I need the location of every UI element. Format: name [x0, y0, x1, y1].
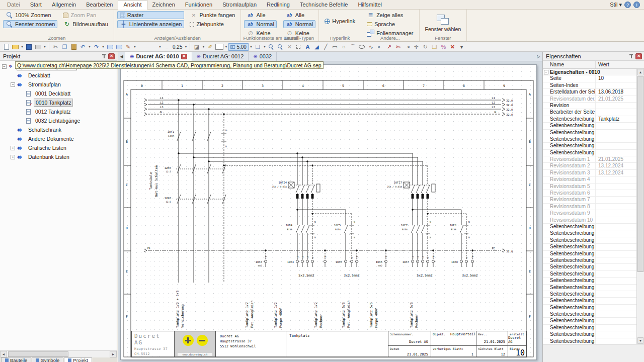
- tree-item-deckblatt[interactable]: ◆◆Deckblatt: [0, 71, 117, 80]
- tree-expander-icon[interactable]: +: [11, 146, 15, 150]
- zoom-out-icon[interactable]: [267, 43, 276, 51]
- property-value[interactable]: [596, 318, 636, 324]
- help-icon[interactable]: ?: [624, 2, 631, 8]
- panel-tab-symbole[interactable]: Symbole: [32, 357, 63, 362]
- property-row[interactable]: Revisionsdatum 7: [543, 197, 636, 203]
- property-row[interactable]: Seitenbeschreibung 6: [543, 150, 636, 156]
- ribbon-button-100-zoomen[interactable]: 100% Zoomen: [3, 11, 57, 19]
- tree-item-0032-lichtabgänge[interactable]: 0032 Lichtabgänge: [0, 116, 117, 125]
- property-row[interactable]: Revisionsdatum 313.12.2024: [543, 170, 636, 176]
- property-row[interactable]: Revisionsdatum der...21.01.2025: [543, 96, 636, 103]
- property-row[interactable]: Erstelldatum der Seite13.06.2018: [543, 89, 636, 96]
- tree-expander-icon[interactable]: −: [11, 82, 15, 87]
- dropdown-arrow-icon[interactable]: ▼: [88, 45, 92, 48]
- dropdown-arrow-icon[interactable]: ▼: [43, 45, 47, 48]
- rotate-icon[interactable]: ↻: [421, 43, 430, 51]
- schematic-canvas[interactable]: Ducret AG Hauptstrasse 37 CH-5512 Wohlen…: [118, 61, 542, 362]
- arrow-solid-icon[interactable]: ◢: [312, 43, 321, 51]
- style-menu[interactable]: Stil ▾: [610, 2, 622, 8]
- property-row[interactable]: Seitenbeschreibung 4: [543, 136, 636, 143]
- scroll-right-icon[interactable]: ►: [110, 351, 117, 357]
- property-row[interactable]: Revisionsdatum 213.12.2024: [543, 163, 636, 169]
- close-icon[interactable]: ✕: [108, 53, 115, 59]
- ribbon-button-punkte-fangen[interactable]: Punkte fangen: [187, 11, 237, 19]
- layers-icon[interactable]: ❏: [254, 43, 262, 51]
- comment-back-icon[interactable]: [106, 43, 114, 51]
- property-value[interactable]: [596, 82, 636, 88]
- undo-icon[interactable]: ↶: [78, 43, 87, 51]
- group-expander-icon[interactable]: −: [544, 70, 548, 74]
- property-value[interactable]: [596, 109, 636, 115]
- scroll-left-icon[interactable]: ◄: [0, 351, 7, 357]
- grid-size-select[interactable]: 5.00: [228, 43, 248, 51]
- doc-tab-scroll-left-icon[interactable]: ◀: [118, 52, 125, 61]
- close-tab-icon[interactable]: ✕: [181, 54, 187, 59]
- pin-icon[interactable]: [101, 53, 107, 59]
- tree-expander-icon[interactable]: +: [11, 155, 15, 159]
- ribbon-tab-stromlaufplan[interactable]: Stromlaufplan: [217, 1, 262, 9]
- property-value[interactable]: [596, 291, 636, 297]
- circle-tool-icon[interactable]: ○: [340, 43, 348, 51]
- cut-icon[interactable]: ✂: [51, 43, 60, 51]
- property-value[interactable]: [596, 251, 636, 257]
- ribbon-tab-technische-befehle[interactable]: Technische Befehle: [295, 1, 353, 9]
- document-tab-ducret-ag-0012[interactable]: ✳Ducret AG: 0012: [192, 52, 249, 61]
- property-value[interactable]: [596, 230, 636, 236]
- property-row[interactable]: Seitenbeschreibung 8: [543, 230, 636, 237]
- property-value[interactable]: 13.12.2024: [596, 163, 636, 169]
- tree-item-andere-dokumente[interactable]: ◆◆Andere Dokumente: [0, 134, 117, 143]
- property-row[interactable]: Seitenbeschreibung 9: [543, 237, 636, 244]
- ribbon-tab-datei[interactable]: Datei: [2, 1, 25, 9]
- pen-color-icon[interactable]: ✎: [124, 43, 132, 51]
- ribbon-tab-hilfsmittel[interactable]: Hilfsmittel: [353, 1, 387, 9]
- panel-tab-projekt[interactable]: Projekt: [64, 357, 92, 362]
- arrow-tool-icon[interactable]: ↗: [385, 43, 393, 51]
- property-row[interactable]: Revisionsdatum 9: [543, 210, 636, 217]
- move-icon[interactable]: ✛: [412, 43, 421, 51]
- property-value[interactable]: Tankplatz: [596, 116, 636, 122]
- property-value[interactable]: 13.06.2018: [596, 89, 636, 95]
- property-row[interactable]: Seitenbeschreibung...: [543, 305, 636, 311]
- property-row[interactable]: Revision: [543, 103, 636, 109]
- line-tool-icon[interactable]: ╱: [321, 43, 330, 51]
- save-icon[interactable]: [25, 43, 33, 51]
- properties-vscrollbar[interactable]: ▲ ▼: [636, 69, 644, 344]
- property-value[interactable]: [596, 338, 636, 344]
- ribbon-button-raster[interactable]: Raster: [117, 11, 185, 19]
- property-value[interactable]: [596, 130, 636, 136]
- property-row[interactable]: Revisionsdatum 5: [543, 184, 636, 190]
- grid-size-field[interactable]: 5.00: [228, 43, 248, 51]
- ribbon-button-ziehpunkte[interactable]: Ziehpunkte: [187, 20, 237, 28]
- ribbon-button-normal[interactable]: Normal: [244, 20, 276, 28]
- property-value[interactable]: [596, 331, 636, 337]
- dropdown-arrow-icon[interactable]: ▼: [158, 45, 162, 48]
- property-row[interactable]: Seitenbeschreibung 7: [543, 224, 636, 230]
- property-value[interactable]: [596, 305, 636, 311]
- property-value[interactable]: [596, 237, 636, 243]
- property-value[interactable]: [596, 176, 636, 183]
- rect-tool-icon[interactable]: ▭: [331, 43, 339, 51]
- property-row[interactable]: Seitenbeschreibung...: [543, 244, 636, 250]
- ribbon-tab-allgemein[interactable]: Allgemein: [47, 1, 81, 9]
- property-row[interactable]: Seitenbeschreibung...: [543, 257, 636, 264]
- properties-group-header[interactable]: −Eigenschaften - 0010: [543, 69, 636, 75]
- property-row[interactable]: Seitenbeschreibung...: [543, 291, 636, 298]
- open-icon[interactable]: [11, 43, 20, 51]
- property-row[interactable]: Seitenbeschreibung...: [543, 318, 636, 324]
- tree-item-grafische-listen[interactable]: +◆◆Grafische Listen: [0, 143, 117, 152]
- ribbon-button-alle[interactable]: Alle: [244, 11, 276, 19]
- property-value[interactable]: [596, 150, 636, 156]
- ribbon-button-hyperlink[interactable]: Hyperlink: [322, 17, 358, 25]
- doc-tab-scroll-right-icon[interactable]: ▷: [535, 52, 542, 61]
- scroll-up-icon[interactable]: ▲: [637, 69, 643, 75]
- property-value[interactable]: [596, 190, 636, 196]
- line-weight-select[interactable]: ≡: [163, 43, 171, 51]
- ribbon-button-zeige-alles[interactable]: Zeige alles: [364, 11, 416, 19]
- tree-expander-icon[interactable]: −: [2, 64, 7, 69]
- ribbon-button-alle[interactable]: Alle: [283, 11, 315, 19]
- property-row[interactable]: Revisionsdatum 10: [543, 217, 636, 224]
- pin-icon[interactable]: [628, 53, 634, 59]
- copy-icon[interactable]: ❐: [60, 43, 69, 51]
- close-icon[interactable]: ✕: [635, 53, 642, 59]
- property-row[interactable]: Bearbeiter der Seite: [543, 109, 636, 116]
